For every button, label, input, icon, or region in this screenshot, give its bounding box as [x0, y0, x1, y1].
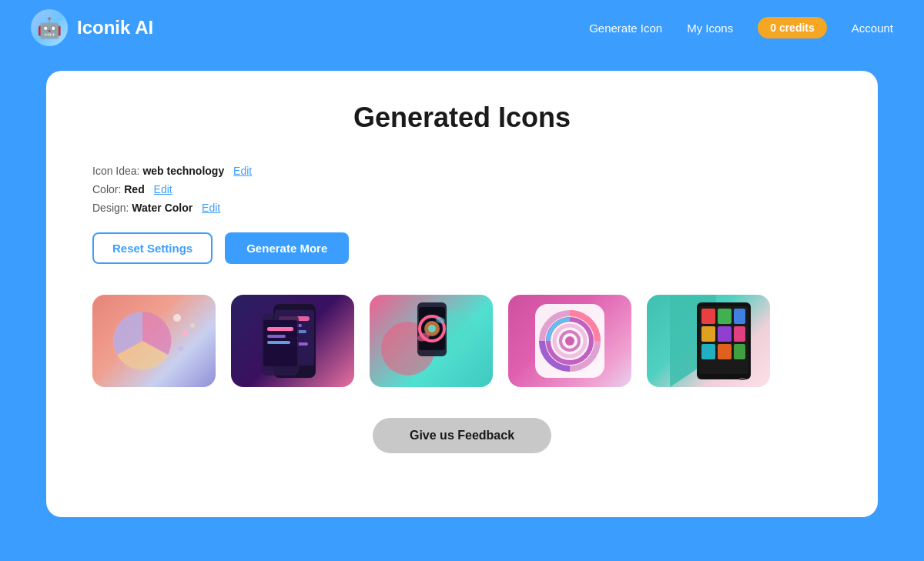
page-title: Generated Icons — [92, 102, 832, 134]
icon-idea-label: Icon Idea: — [92, 165, 140, 177]
svg-rect-15 — [267, 335, 286, 338]
feedback-button[interactable]: Give us Feedback — [373, 418, 551, 453]
svg-rect-36 — [718, 309, 732, 324]
nav-account[interactable]: Account — [852, 22, 893, 35]
generate-more-button[interactable]: Generate More — [225, 232, 349, 264]
main-wrapper: Generated Icons Icon Idea: web technolog… — [0, 55, 924, 561]
setting-design: Design: Water Color Edit — [92, 202, 832, 214]
generated-icon-1[interactable] — [92, 295, 216, 387]
generated-icon-5[interactable] — [647, 295, 770, 387]
nav-my-icons[interactable]: My Icons — [687, 22, 733, 35]
icon-2-svg — [239, 295, 346, 387]
svg-rect-16 — [267, 341, 290, 344]
icons-grid — [92, 295, 832, 387]
svg-point-1 — [173, 314, 181, 322]
svg-rect-42 — [718, 344, 732, 359]
header: 🤖 Iconik AI Generate Icon My Icons 0 cre… — [0, 0, 924, 55]
setting-icon-idea: Icon Idea: web technology Edit — [92, 165, 832, 177]
design-value: Water Color — [132, 202, 192, 214]
generated-icon-2[interactable] — [231, 295, 354, 387]
svg-rect-37 — [734, 309, 745, 324]
content-card: Generated Icons Icon Idea: web technolog… — [46, 71, 878, 517]
svg-rect-39 — [718, 326, 732, 342]
icon-idea-value: web technology — [142, 165, 224, 177]
svg-point-4 — [190, 323, 195, 328]
brand-area: 🤖 Iconik AI — [31, 9, 153, 46]
svg-rect-44 — [739, 378, 745, 380]
logo-icon: 🤖 — [31, 9, 68, 46]
design-label: Design: — [92, 202, 129, 214]
reset-settings-button[interactable]: Reset Settings — [92, 232, 213, 264]
color-edit[interactable]: Edit — [154, 183, 172, 195]
credits-badge[interactable]: 0 credits — [758, 17, 827, 38]
nav-area: Generate Icon My Icons 0 credits Account — [589, 17, 893, 38]
action-buttons: Reset Settings Generate More — [92, 232, 832, 264]
icon-idea-edit[interactable]: Edit — [233, 165, 252, 177]
feedback-section: Give us Feedback — [92, 418, 832, 453]
color-value: Red — [124, 183, 144, 195]
svg-rect-41 — [701, 344, 715, 359]
svg-point-23 — [428, 325, 436, 332]
nav-generate-icon[interactable]: Generate Icon — [589, 22, 662, 35]
svg-rect-43 — [734, 344, 745, 359]
svg-rect-40 — [734, 326, 745, 342]
svg-rect-35 — [701, 309, 715, 324]
svg-rect-14 — [267, 327, 293, 331]
icon-4-svg — [516, 295, 624, 387]
icon-1-svg — [100, 295, 208, 387]
generated-icon-4[interactable] — [508, 295, 631, 387]
generated-icon-3[interactable] — [370, 295, 493, 387]
svg-point-31 — [565, 336, 574, 346]
settings-info: Icon Idea: web technology Edit Color: Re… — [92, 165, 832, 214]
brand-name: Iconik AI — [77, 17, 153, 38]
color-label: Color: — [92, 183, 121, 195]
svg-point-3 — [179, 346, 183, 351]
design-edit[interactable]: Edit — [202, 202, 220, 214]
svg-point-2 — [182, 330, 188, 336]
icon-5-svg — [654, 295, 762, 387]
setting-color: Color: Red Edit — [92, 183, 832, 195]
icon-3-svg — [377, 295, 485, 387]
svg-rect-38 — [701, 326, 715, 342]
